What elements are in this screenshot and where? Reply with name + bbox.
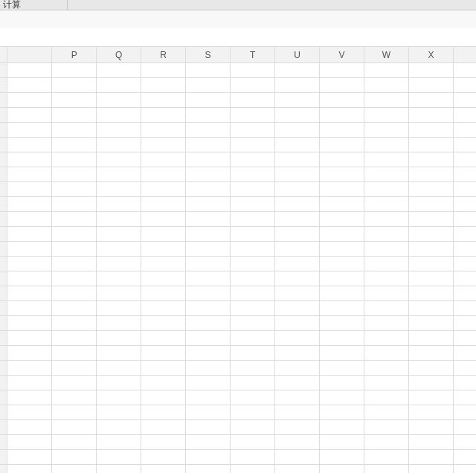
cell[interactable] [52,108,97,123]
cell[interactable] [141,346,186,361]
cell[interactable] [275,197,320,212]
cell[interactable] [97,108,141,123]
cell[interactable] [52,197,97,212]
cell[interactable] [97,138,141,152]
cell[interactable] [97,286,141,301]
cell[interactable] [52,257,97,271]
cell[interactable] [97,123,141,138]
cell[interactable] [52,286,97,301]
row-header[interactable] [0,152,7,167]
cell[interactable] [408,465,453,474]
col-header-W[interactable]: W [364,47,409,63]
row-header[interactable] [0,271,7,286]
cell[interactable] [453,331,476,346]
cell[interactable] [186,286,231,301]
cell[interactable] [231,465,275,474]
cell[interactable] [364,390,409,405]
cell[interactable] [364,420,409,435]
cell[interactable] [7,361,52,376]
cell[interactable] [364,376,409,390]
row-header[interactable] [0,182,7,197]
cell[interactable] [231,212,275,227]
cell[interactable] [97,376,141,390]
cell[interactable] [408,138,453,152]
cell[interactable] [231,271,275,286]
cell[interactable] [453,376,476,390]
cell[interactable] [453,123,476,138]
cell[interactable] [7,346,52,361]
cell[interactable] [52,167,97,182]
cell[interactable] [7,420,52,435]
cell[interactable] [275,93,320,108]
col-header-V[interactable]: V [320,47,364,63]
cell[interactable] [275,78,320,93]
cell[interactable] [7,331,52,346]
cell[interactable] [186,450,231,465]
col-header-P[interactable]: P [52,47,97,63]
cell[interactable] [97,78,141,93]
cell[interactable] [408,405,453,420]
row-header[interactable] [0,108,7,123]
cell[interactable] [408,420,453,435]
cell[interactable] [52,242,97,257]
cell[interactable] [453,271,476,286]
cell[interactable] [453,301,476,316]
cell[interactable] [408,316,453,331]
cell[interactable] [453,227,476,242]
cell[interactable] [97,316,141,331]
cell[interactable] [320,227,364,242]
cell[interactable] [408,376,453,390]
cell[interactable] [141,301,186,316]
cell[interactable] [52,420,97,435]
cell[interactable] [408,227,453,242]
cell[interactable] [7,242,52,257]
cell[interactable] [320,123,364,138]
cell[interactable] [231,138,275,152]
cell[interactable] [231,63,275,78]
cell[interactable] [364,182,409,197]
cell[interactable] [453,361,476,376]
cell[interactable] [52,138,97,152]
row-header[interactable] [0,450,7,465]
cell[interactable] [141,405,186,420]
cell[interactable] [364,152,409,167]
cell[interactable] [52,465,97,474]
row-header[interactable] [0,465,7,474]
cell[interactable] [141,212,186,227]
cell[interactable] [186,108,231,123]
cell[interactable] [186,376,231,390]
row-header[interactable] [0,63,7,78]
cell[interactable] [320,465,364,474]
cell[interactable] [408,331,453,346]
cell[interactable] [275,108,320,123]
cell[interactable] [97,420,141,435]
cell[interactable] [320,331,364,346]
cell[interactable] [186,361,231,376]
cell[interactable] [320,212,364,227]
cell[interactable] [97,465,141,474]
cell[interactable] [141,286,186,301]
cell[interactable] [364,227,409,242]
cell[interactable] [52,63,97,78]
cell[interactable] [141,242,186,257]
cell[interactable] [231,450,275,465]
cell[interactable] [231,182,275,197]
cell[interactable] [97,361,141,376]
formula-bar[interactable] [0,10,476,28]
cell[interactable] [231,435,275,450]
cell[interactable] [141,167,186,182]
cell[interactable] [231,420,275,435]
row-header[interactable] [0,301,7,316]
row-header[interactable] [0,212,7,227]
cell[interactable] [453,465,476,474]
cell[interactable] [97,257,141,271]
cell[interactable] [97,197,141,212]
cell[interactable] [141,108,186,123]
cell[interactable] [231,78,275,93]
cell[interactable] [52,301,97,316]
cell[interactable] [7,301,52,316]
cell[interactable] [141,465,186,474]
cell[interactable] [52,123,97,138]
cell[interactable] [186,63,231,78]
cell[interactable] [186,212,231,227]
